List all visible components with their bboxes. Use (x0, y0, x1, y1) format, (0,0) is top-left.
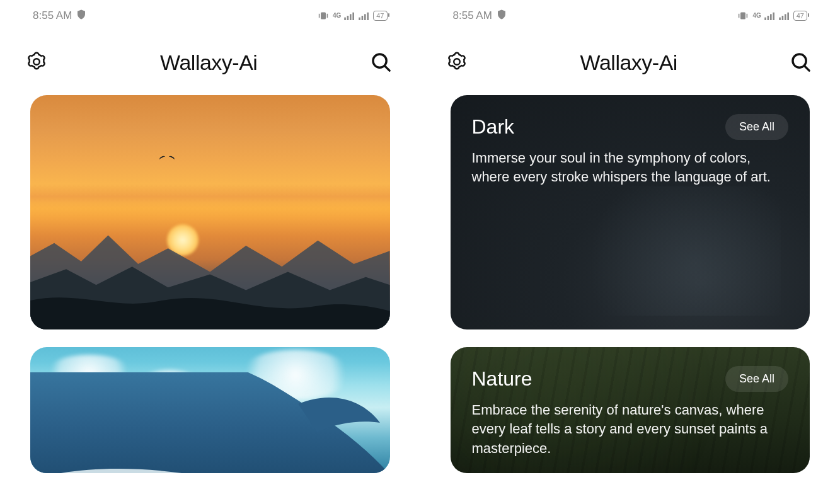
category-list: Dark See All Immerse your soul in the sy… (428, 95, 833, 473)
see-all-button[interactable]: See All (725, 114, 788, 140)
svg-line-13 (385, 66, 389, 71)
svg-rect-8 (362, 16, 364, 20)
status-time: 8:55 AM (33, 9, 72, 22)
phone-screen-right: 8:55 AM 4G 47 (420, 0, 841, 504)
svg-rect-6 (353, 13, 355, 20)
whale-image (30, 347, 390, 473)
search-icon (790, 51, 811, 74)
wallpaper-card-sunset[interactable] (30, 95, 390, 329)
settings-button[interactable] (23, 48, 50, 77)
svg-rect-16 (747, 14, 748, 18)
signal-icon (764, 11, 776, 20)
gear-icon (25, 50, 48, 75)
battery-icon: 47 (793, 11, 807, 21)
svg-rect-10 (367, 13, 369, 20)
svg-rect-1 (319, 14, 320, 18)
vibrate-icon (737, 11, 749, 21)
see-all-button[interactable]: See All (725, 366, 788, 392)
bird-icon (159, 156, 175, 161)
app-title: Wallaxy-Ai (160, 50, 257, 75)
phone-screen-left: 8:55 AM 4G 47 (0, 0, 420, 504)
category-description: Embrace the serenity of nature's canvas,… (472, 401, 776, 458)
category-title: Nature (472, 367, 532, 391)
app-screenshots-pair: 8:55 AM 4G 47 (0, 0, 840, 504)
svg-rect-17 (764, 18, 766, 20)
signal2-icon (779, 11, 790, 20)
svg-rect-7 (359, 18, 361, 20)
status-left: 8:55 AM (33, 9, 87, 23)
status-bar: 8:55 AM 4G 47 (8, 0, 413, 30)
svg-rect-24 (787, 13, 789, 20)
svg-line-27 (805, 66, 809, 71)
svg-rect-15 (739, 14, 740, 18)
vibrate-icon (317, 11, 330, 21)
svg-rect-2 (327, 14, 328, 18)
svg-rect-20 (773, 13, 774, 20)
app-header: Wallaxy-Ai (428, 30, 833, 95)
shield-icon (496, 9, 507, 23)
status-left: 8:55 AM (453, 9, 507, 23)
svg-rect-9 (364, 14, 366, 20)
category-card-dark[interactable]: Dark See All Immerse your soul in the sy… (451, 95, 810, 329)
svg-rect-0 (321, 12, 326, 19)
status-bar: 8:55 AM 4G 47 (428, 0, 833, 30)
app-header: Wallaxy-Ai (8, 30, 413, 95)
category-card-nature[interactable]: Nature See All Embrace the serenity of n… (451, 347, 810, 473)
wallpaper-card-whale[interactable] (30, 347, 390, 473)
svg-point-11 (33, 59, 40, 65)
shield-icon (76, 9, 87, 23)
svg-rect-23 (785, 14, 786, 20)
category-description: Immerse your soul in the symphony of col… (472, 149, 776, 187)
gear-icon (446, 50, 468, 75)
svg-rect-3 (345, 18, 347, 20)
category-title: Dark (472, 115, 515, 139)
status-time: 8:55 AM (453, 9, 492, 22)
sunset-image (30, 95, 390, 329)
search-button[interactable] (787, 49, 814, 77)
battery-icon: 47 (373, 11, 387, 21)
signal-icon (344, 11, 355, 20)
svg-rect-14 (740, 12, 745, 19)
svg-rect-5 (350, 14, 352, 20)
status-right: 4G 47 (737, 11, 807, 21)
network-4g-icon: 4G (752, 13, 761, 19)
svg-point-25 (454, 59, 460, 65)
settings-button[interactable] (443, 48, 471, 77)
status-right: 4G 47 (317, 11, 388, 21)
svg-rect-21 (779, 18, 781, 20)
svg-rect-18 (767, 16, 769, 20)
signal2-icon (359, 11, 370, 20)
svg-rect-4 (347, 16, 349, 20)
app-title: Wallaxy-Ai (580, 50, 677, 75)
search-icon (370, 51, 391, 74)
svg-rect-19 (770, 14, 772, 20)
search-button[interactable] (367, 49, 394, 77)
svg-rect-22 (781, 16, 783, 20)
wallpaper-list (8, 95, 413, 473)
network-4g-icon: 4G (333, 13, 341, 19)
